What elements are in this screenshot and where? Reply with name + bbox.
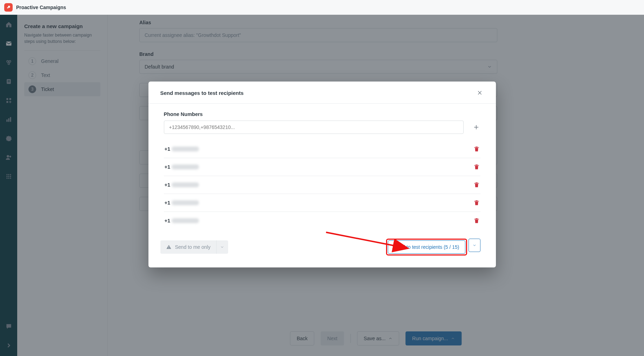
phone-prefix: +1 [165,182,171,188]
modal-title: Send messages to test recipients [160,90,244,96]
delete-phone-button[interactable] [473,200,480,206]
phone-row: +1 [164,176,480,194]
delete-phone-button[interactable] [473,218,480,224]
phone-prefix: +1 [165,200,171,206]
send-to-test-dropdown[interactable] [469,239,480,252]
send-to-me-split-button: Send to me only [160,240,228,254]
app-header: Proactive Campaigns [0,0,644,15]
phone-numbers-label: Phone Numbers [164,111,480,117]
redacted-number [172,164,199,169]
phone-list: +1 +1 +1 +1 [164,140,480,229]
plus-icon [473,124,479,130]
send-to-me-button: Send to me only [160,240,216,254]
warning-icon [166,244,172,250]
megaphone-icon [6,5,11,10]
modal-close-button[interactable] [476,89,484,97]
phone-input[interactable] [164,121,464,134]
redacted-number [172,200,199,205]
phone-row: +1 [164,140,480,158]
phone-row: +1 [164,158,480,176]
test-recipients-modal: Send messages to test recipients Phone N… [148,82,496,267]
send-to-test-recipients-button[interactable]: Send to test recipients (5 / 15) [388,240,465,254]
chevron-down-icon [472,243,477,247]
phone-prefix: +1 [165,164,171,170]
phone-row: +1 [164,212,480,229]
delete-phone-button[interactable] [473,182,480,188]
phone-prefix: +1 [165,218,171,224]
app-title: Proactive Campaigns [16,5,66,10]
app-logo [4,3,13,12]
svg-rect-26 [168,246,169,247]
close-icon [477,90,483,96]
phone-prefix: +1 [165,146,171,152]
redacted-number [172,182,199,187]
highlight-annotation: Send to test recipients (5 / 15) [386,239,467,255]
phone-row: +1 [164,194,480,212]
add-phone-button[interactable] [472,123,480,131]
redacted-number [172,147,199,151]
send-to-me-dropdown [216,240,228,254]
redacted-number [172,218,199,223]
delete-phone-button[interactable] [473,146,480,152]
chevron-down-icon [220,245,224,249]
svg-rect-27 [168,248,169,248]
delete-phone-button[interactable] [473,164,480,170]
svg-point-0 [8,6,10,8]
